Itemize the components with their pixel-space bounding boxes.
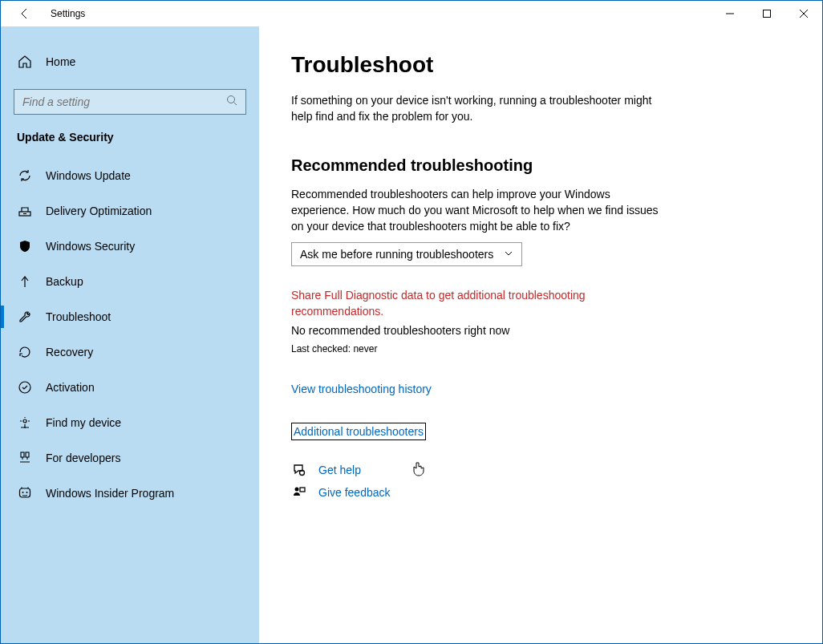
sidebar-item-label: For developers [46,452,120,464]
window-title: Settings [51,8,85,19]
back-button[interactable] [15,4,34,23]
sidebar-item-windows-update[interactable]: Windows Update [1,158,259,193]
view-history-link[interactable]: View troubleshooting history [291,383,432,395]
main-content: Troubleshoot If something on your device… [259,26,822,643]
svg-point-15 [26,492,28,493]
feedback-icon [291,485,307,500]
svg-point-17 [295,488,299,492]
status-text: No recommended troubleshooters right now [291,324,790,337]
additional-troubleshooters-link[interactable]: Additional troubleshooters [291,423,426,440]
diagnostic-warning: Share Full Diagnostic data to get additi… [291,287,660,319]
sidebar-section-title: Update & Security [1,126,259,153]
sidebar-item-recovery[interactable]: Recovery [1,334,259,370]
sidebar-item-label: Find my device [46,416,121,429]
backup-icon [17,274,33,289]
sidebar-item-label: Backup [46,275,83,288]
sidebar-item-label: Windows Security [46,240,135,253]
sidebar-item-label: Windows Update [46,169,131,182]
sidebar-item-delivery-optimization[interactable]: Delivery Optimization [1,193,259,229]
home-icon [17,55,33,69]
svg-point-4 [228,96,235,103]
developers-icon [17,451,33,465]
titlebar: Settings [1,1,822,26]
recommended-heading: Recommended troubleshooting [291,156,790,175]
close-button[interactable] [785,1,822,26]
sidebar-item-label: Windows Insider Program [46,487,174,500]
svg-line-5 [234,103,237,106]
sidebar-item-activation[interactable]: Activation [1,370,259,405]
get-help-link: Get help [318,464,361,476]
svg-rect-18 [300,488,305,492]
sidebar-item-for-developers[interactable]: For developers [1,440,259,476]
sync-icon [17,168,33,183]
svg-point-10 [23,419,26,423]
sidebar: Home Update & Security Windows Update [1,26,259,643]
help-icon [291,463,307,477]
give-feedback-link: Give feedback [318,486,391,499]
give-feedback-row[interactable]: Give feedback [291,485,790,500]
search-field[interactable] [22,95,215,108]
svg-point-9 [19,382,30,393]
search-input[interactable] [14,89,246,115]
home-label: Home [46,55,75,68]
recovery-icon [17,345,33,359]
troubleshoot-preference-dropdown[interactable]: Ask me before running troubleshooters [291,242,522,266]
sidebar-item-backup[interactable]: Backup [1,264,259,299]
sidebar-item-label: Troubleshoot [46,310,111,323]
get-help-row[interactable]: Get help [291,463,790,477]
intro-text: If something on your device isn't workin… [291,92,668,124]
sidebar-item-label: Activation [46,381,95,394]
last-checked-text: Last checked: never [291,343,790,354]
sidebar-item-windows-security[interactable]: Windows Security [1,229,259,264]
sidebar-item-troubleshoot[interactable]: Troubleshoot [1,299,259,334]
sidebar-item-label: Delivery Optimization [46,205,152,217]
svg-rect-11 [21,452,24,457]
sidebar-item-label: Recovery [46,346,93,358]
dropdown-value: Ask me before running troubleshooters [300,248,493,261]
svg-rect-12 [26,452,29,457]
location-icon [17,415,33,430]
check-circle-icon [17,380,33,395]
delivery-icon [17,204,33,218]
insider-icon [17,486,33,500]
additional-troubleshooters-label: Additional troubleshooters [294,425,424,438]
page-title: Troubleshoot [291,52,790,78]
home-nav[interactable]: Home [1,44,259,79]
svg-rect-1 [764,10,771,18]
shield-icon [17,239,33,253]
chevron-down-icon [504,248,513,261]
svg-point-14 [22,492,24,493]
sidebar-item-windows-insider[interactable]: Windows Insider Program [1,476,259,511]
sidebar-item-find-my-device[interactable]: Find my device [1,405,259,440]
wrench-icon [17,310,33,324]
minimize-button[interactable] [712,1,748,26]
search-icon [226,95,237,109]
maximize-button[interactable] [748,1,785,26]
recommended-paragraph: Recommended troubleshooters can help imp… [291,186,660,234]
